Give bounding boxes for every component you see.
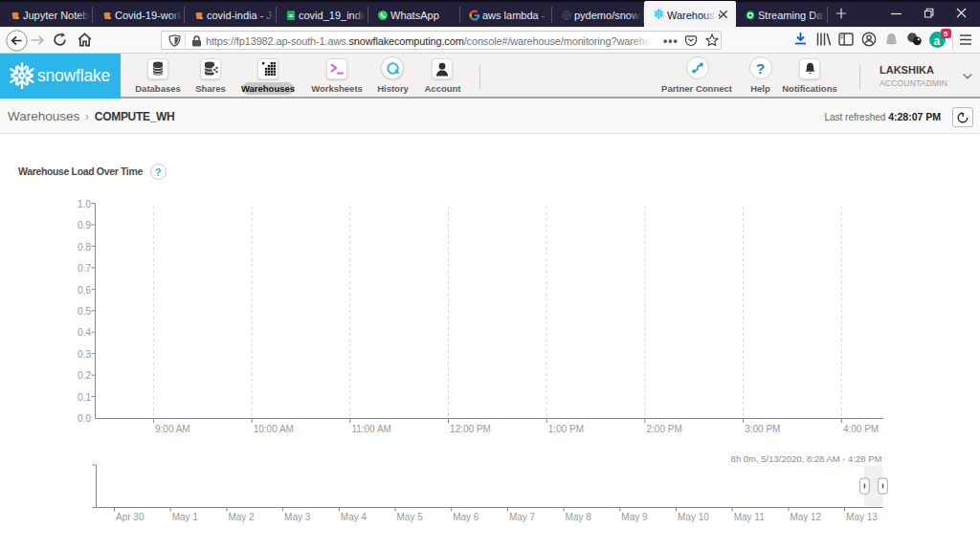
svg-text:May 11: May 11 [734,512,765,522]
svg-text:May 3: May 3 [284,512,311,522]
svg-text:May 2: May 2 [228,512,255,522]
svg-text:May 8: May 8 [566,512,592,522]
svg-text:1:00 PM: 1:00 PM [548,424,584,434]
svg-text:0.4: 0.4 [78,327,91,338]
svg-text:4:00 PM: 4:00 PM [843,424,879,434]
svg-text:0.5: 0.5 [78,306,91,317]
svg-text:May 6: May 6 [453,512,479,522]
svg-text:May 13: May 13 [846,512,878,522]
svg-text:0.6: 0.6 [78,285,91,296]
svg-text:Apr 30: Apr 30 [116,512,145,522]
svg-text:0.7: 0.7 [78,263,91,274]
svg-text:0.9: 0.9 [78,220,91,231]
svg-text:0.0: 0.0 [78,413,91,424]
svg-text:0.3: 0.3 [78,349,91,360]
svg-text:11:00 AM: 11:00 AM [351,424,391,434]
svg-text:9:00 AM: 9:00 AM [155,424,190,434]
svg-text:May 9: May 9 [621,512,648,522]
svg-text:May 4: May 4 [341,512,368,522]
svg-text:1.0: 1.0 [78,199,91,209]
svg-text:3:00 PM: 3:00 PM [745,424,780,434]
svg-text:2:00 PM: 2:00 PM [647,424,682,434]
svg-text:10:00 AM: 10:00 AM [254,424,294,434]
svg-text:May 12: May 12 [790,512,821,522]
svg-text:May 7: May 7 [509,512,536,522]
svg-text:12:00 PM: 12:00 PM [450,424,491,434]
svg-text:0.2: 0.2 [78,370,91,381]
svg-text:0.1: 0.1 [78,392,91,403]
svg-text:May 1: May 1 [172,512,199,522]
svg-text:8h 0m, 5/13/2020, 8:28 AM - 4:: 8h 0m, 5/13/2020, 8:28 AM - 4:28 PM [731,453,882,464]
svg-text:May 10: May 10 [678,512,709,522]
svg-text:0.8: 0.8 [78,242,91,253]
svg-text:May 5: May 5 [397,512,424,522]
